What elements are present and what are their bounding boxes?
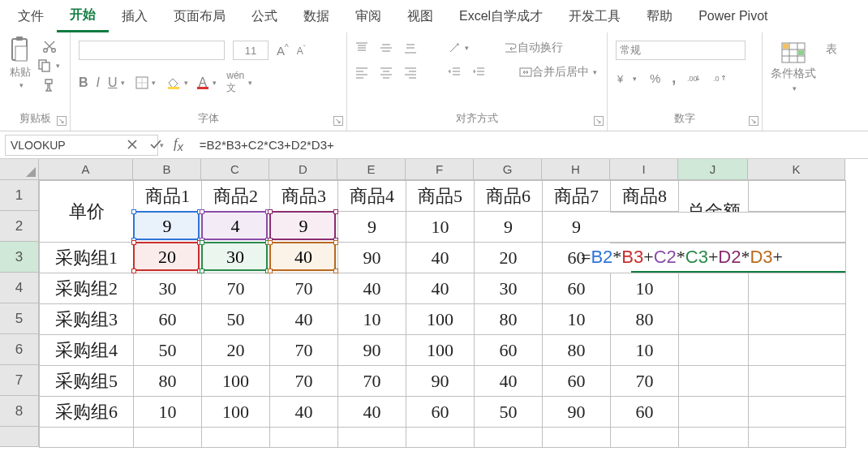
cell[interactable] <box>679 335 749 366</box>
cell[interactable]: 100 <box>406 335 475 366</box>
borders-button[interactable]: ▾ <box>135 76 158 89</box>
cell[interactable]: 40 <box>338 397 406 428</box>
cell[interactable]: 10 <box>134 397 202 428</box>
cancel-formula-button[interactable] <box>127 139 138 150</box>
cell[interactable]: 70 <box>270 366 338 397</box>
tab-formulas[interactable]: 公式 <box>238 2 290 32</box>
cell[interactable]: 40 <box>270 304 338 335</box>
enter-formula-button[interactable] <box>149 139 162 150</box>
cell[interactable]: 80 <box>475 304 543 335</box>
tab-insert[interactable]: 插入 <box>109 2 161 32</box>
select-all-corner[interactable] <box>0 159 39 180</box>
cell[interactable]: 采购组1 <box>40 243 134 273</box>
fx-button[interactable]: fx <box>174 135 183 153</box>
cell[interactable] <box>40 428 134 448</box>
tab-view[interactable]: 视图 <box>394 2 446 32</box>
wrap-text-button[interactable]: 自动换行 <box>505 41 563 55</box>
tab-developer[interactable]: 开发工具 <box>556 2 634 32</box>
font-name-combo[interactable] <box>79 41 225 60</box>
row-header-5[interactable]: 5 <box>0 303 39 334</box>
cell[interactable]: 4 <box>202 212 270 243</box>
cell[interactable]: 10 <box>338 304 406 335</box>
cell[interactable]: 商品2 <box>202 181 270 212</box>
increase-indent-button[interactable] <box>472 66 485 79</box>
col-header-B[interactable]: B <box>133 159 201 180</box>
cell[interactable]: 60 <box>543 243 611 273</box>
number-format-combo[interactable]: 常规 <box>616 41 746 60</box>
dialog-launcher-icon[interactable]: ↘ <box>57 116 67 126</box>
col-header-E[interactable]: E <box>337 159 406 180</box>
cell[interactable] <box>749 304 846 335</box>
cell[interactable]: 商品8 <box>611 181 679 212</box>
tab-data[interactable]: 数据 <box>290 2 342 32</box>
col-header-A[interactable]: A <box>39 159 133 180</box>
row-header-8[interactable]: 8 <box>0 396 39 427</box>
bold-button[interactable]: B <box>79 75 88 90</box>
tab-help[interactable]: 帮助 <box>634 2 685 32</box>
cell[interactable]: 商品1 <box>134 181 202 212</box>
tab-file[interactable]: 文件 <box>5 2 57 32</box>
cell[interactable] <box>134 428 202 448</box>
cell[interactable]: 9 <box>475 212 543 243</box>
cell[interactable]: 采购组3 <box>40 304 134 335</box>
col-header-H[interactable]: H <box>542 159 610 180</box>
col-header-C[interactable]: C <box>201 159 269 180</box>
cell[interactable]: 60 <box>543 366 611 397</box>
cell[interactable]: 90 <box>543 397 611 428</box>
cell[interactable]: 90 <box>338 243 406 273</box>
cell[interactable] <box>749 428 846 448</box>
name-box[interactable]: ▾ <box>5 135 102 156</box>
formula-bar[interactable]: =B2*B3+C2*C3+D2*D3+ <box>191 138 868 152</box>
cell[interactable]: 60 <box>475 335 543 366</box>
decrease-indent-button[interactable] <box>448 66 461 79</box>
cell[interactable]: 40 <box>475 366 543 397</box>
cell[interactable]: 10 <box>406 212 475 243</box>
cell[interactable]: 30 <box>202 243 270 273</box>
paste-dropdown-icon[interactable]: ▾ <box>17 81 25 89</box>
cells-area[interactable]: 单价商品1商品2商品3商品4商品5商品6商品7商品8总金额94991099采购组… <box>39 180 846 448</box>
merge-button[interactable]: 合并后居中▾ <box>519 65 599 80</box>
align-bottom-button[interactable] <box>404 41 417 54</box>
align-center-button[interactable] <box>380 66 393 79</box>
cell[interactable] <box>338 428 406 448</box>
currency-button[interactable]: ¥▾ <box>616 72 638 85</box>
cell[interactable] <box>611 243 679 273</box>
cell[interactable]: 30 <box>134 273 202 304</box>
cell[interactable]: 80 <box>134 366 202 397</box>
cell[interactable]: 采购组6 <box>40 397 134 428</box>
col-header-D[interactable]: D <box>269 159 337 180</box>
cell[interactable] <box>611 212 679 243</box>
underline-button[interactable]: U▾ <box>108 75 127 90</box>
cell[interactable]: 商品4 <box>338 181 406 212</box>
row-header-1[interactable]: 1 <box>0 180 39 211</box>
conditional-format-button[interactable] <box>781 42 806 63</box>
cell[interactable]: 50 <box>134 335 202 366</box>
cell[interactable]: 90 <box>406 366 475 397</box>
cell[interactable] <box>270 428 338 448</box>
row-header-blank[interactable] <box>0 427 39 447</box>
cell[interactable] <box>679 428 749 448</box>
orientation-button[interactable]: ▾ <box>448 41 471 54</box>
cell[interactable]: 单价 <box>40 181 134 243</box>
cell[interactable] <box>475 428 543 448</box>
cell[interactable] <box>679 304 749 335</box>
tab-page-layout[interactable]: 页面布局 <box>161 2 238 32</box>
cell[interactable]: 采购组2 <box>40 273 134 304</box>
cell[interactable]: 40 <box>406 273 475 304</box>
tab-custom-1[interactable]: Excel自学成才 <box>446 2 556 32</box>
cell[interactable]: 60 <box>134 304 202 335</box>
row-header-6[interactable]: 6 <box>0 334 39 365</box>
percent-button[interactable]: % <box>650 71 660 85</box>
row-header-7[interactable]: 7 <box>0 365 39 396</box>
cell[interactable]: 20 <box>202 335 270 366</box>
cell[interactable]: 采购组5 <box>40 366 134 397</box>
cell[interactable] <box>202 428 270 448</box>
cell[interactable]: 40 <box>270 397 338 428</box>
cell[interactable]: 50 <box>202 304 270 335</box>
cell[interactable] <box>749 243 846 273</box>
cell[interactable]: 80 <box>611 304 679 335</box>
cell[interactable] <box>749 212 846 243</box>
increase-decimal-button[interactable]: .00 <box>687 73 702 84</box>
cell[interactable] <box>543 428 611 448</box>
fill-color-button[interactable]: ▾ <box>166 76 191 89</box>
